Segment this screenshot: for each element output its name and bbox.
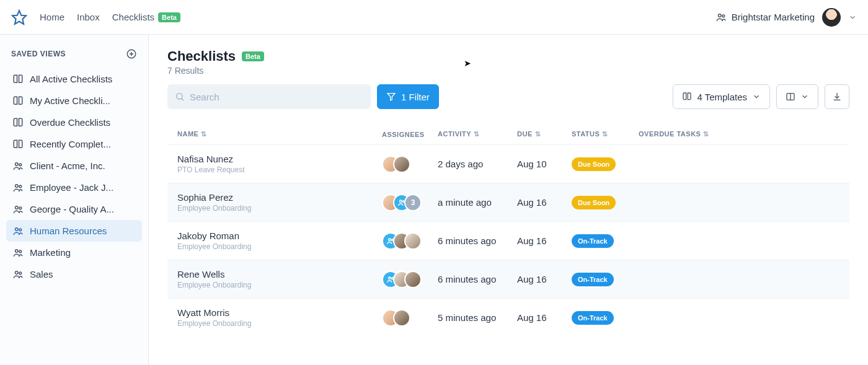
row-activity: 6 minutes ago	[438, 274, 517, 284]
chevron-down-icon[interactable]	[848, 12, 857, 23]
svg-point-17	[19, 272, 22, 275]
status-badge: On-Track	[572, 234, 614, 248]
col-status[interactable]: STATUS⇅	[572, 130, 639, 138]
row-template: Employee Onboarding	[177, 204, 382, 213]
group-icon	[12, 182, 24, 193]
nav-checklists[interactable]: Checklists Beta	[112, 12, 180, 22]
svg-marker-0	[12, 11, 26, 24]
svg-point-10	[16, 206, 19, 209]
user-avatar[interactable]	[822, 8, 841, 27]
svg-point-12	[16, 228, 19, 231]
templates-label: 4 Templates	[697, 92, 747, 102]
assignee-overflow: 3	[404, 194, 422, 211]
chevron-down-icon	[800, 92, 809, 101]
svg-point-13	[19, 229, 22, 231]
row-template: Employee Onboarding	[177, 319, 382, 328]
sidebar-item[interactable]: Employee - Jack J...	[6, 177, 142, 198]
table-row[interactable]: Rene WellsEmployee Onboarding6 minutes a…	[167, 260, 849, 298]
assignee-stack[interactable]	[382, 156, 438, 173]
svg-point-9	[19, 185, 22, 188]
page-title: Checklists	[167, 48, 236, 64]
sidebar-item-label: Marketing	[30, 247, 71, 258]
sort-icon: ⇅	[535, 130, 541, 138]
sidebar-item[interactable]: Marketing	[6, 242, 142, 263]
toolbar: Search 1 Filter 4 Templates	[167, 84, 849, 109]
sidebar-item[interactable]: All Active Checklists	[6, 68, 142, 90]
assignee-stack[interactable]	[382, 232, 438, 250]
col-name[interactable]: NAME⇅	[177, 130, 382, 138]
assignee-stack[interactable]	[382, 309, 438, 327]
svg-point-27	[389, 276, 391, 279]
status-badge: On-Track	[572, 311, 614, 325]
sidebar-item-label: All Active Checklists	[30, 74, 112, 84]
sidebar-item[interactable]: Human Resources	[6, 220, 142, 242]
group-icon	[12, 247, 24, 258]
row-due: Aug 10	[517, 159, 572, 169]
nav-inbox[interactable]: Inbox	[77, 12, 100, 22]
saved-views-list: All Active ChecklistsMy Active Checkli..…	[6, 68, 142, 285]
sidebar-item[interactable]: My Active Checkli...	[6, 90, 142, 112]
table-row[interactable]: Sophia PerezEmployee Onboarding3a minute…	[167, 183, 849, 221]
logo-icon[interactable]	[11, 9, 27, 25]
sidebar-item[interactable]: Recently Complet...	[6, 133, 142, 155]
search-icon	[175, 92, 185, 102]
sidebar-item-label: Employee - Jack J...	[30, 182, 113, 193]
row-template: PTO Leave Request	[177, 165, 382, 174]
filter-button[interactable]: 1 Filter	[377, 84, 439, 109]
group-icon	[12, 225, 24, 237]
chevron-down-icon	[752, 92, 761, 101]
svg-point-25	[389, 238, 391, 240]
assignee-stack[interactable]: 3	[382, 194, 438, 211]
svg-point-16	[16, 271, 19, 275]
svg-point-1	[718, 14, 721, 17]
sidebar-item[interactable]: Client - Acme, Inc.	[6, 155, 142, 177]
row-due: Aug 16	[517, 312, 572, 323]
assignee-stack[interactable]	[382, 271, 438, 288]
row-name: Wyatt Morris	[177, 307, 382, 318]
filter-label: 1 Filter	[401, 92, 430, 102]
org-name: Brightstar Marketing	[732, 12, 815, 22]
group-icon	[715, 12, 727, 23]
svg-line-19	[182, 99, 184, 100]
results-count: 7 Results	[167, 66, 264, 76]
col-due[interactable]: DUE⇅	[517, 130, 572, 138]
status-badge: Due Soon	[572, 157, 616, 171]
group-icon	[12, 268, 24, 280]
row-due: Aug 16	[517, 274, 572, 284]
col-overdue[interactable]: OVERDUE TASKS⇅	[639, 130, 839, 138]
sidebar-item-label: Human Resources	[30, 226, 107, 236]
sidebar-item-label: Client - Acme, Inc.	[30, 161, 105, 171]
org-switcher[interactable]: Brightstar Marketing	[715, 12, 815, 23]
search-input[interactable]: Search	[167, 84, 371, 109]
sidebar: SAVED VIEWS All Active ChecklistsMy Acti…	[0, 35, 149, 365]
sidebar-item[interactable]: George - Quality A...	[6, 198, 142, 220]
add-view-button[interactable]	[126, 48, 137, 59]
nav-checklists-label: Checklists	[112, 12, 154, 22]
svg-point-15	[19, 250, 22, 253]
sidebar-item-label: My Active Checkli...	[30, 95, 110, 106]
table-body: Nafisa NunezPTO Leave Request2 days agoA…	[167, 144, 849, 336]
avatar	[393, 156, 410, 173]
sort-icon: ⇅	[201, 130, 207, 138]
sort-icon: ⇅	[602, 130, 608, 138]
layout: SAVED VIEWS All Active ChecklistsMy Acti…	[0, 35, 868, 365]
avatar	[404, 232, 422, 250]
sidebar-item[interactable]: Overdue Checklists	[6, 112, 142, 133]
table-row[interactable]: Nafisa NunezPTO Leave Request2 days agoA…	[167, 144, 849, 183]
row-due: Aug 16	[517, 197, 572, 208]
templates-button[interactable]: 4 Templates	[673, 84, 770, 109]
download-button[interactable]	[825, 84, 849, 109]
table-row[interactable]: Jakoby RomanEmployee Onboarding6 minutes…	[167, 221, 849, 260]
columns-icon	[786, 92, 795, 102]
sort-icon: ⇅	[703, 130, 709, 138]
nav-home[interactable]: Home	[40, 12, 64, 22]
main: ➤ Checklists Beta 7 Results Search 1 Fil…	[149, 35, 868, 365]
layout-button[interactable]	[776, 84, 818, 109]
col-activity[interactable]: ACTIVITY⇅	[438, 130, 517, 138]
table-row[interactable]: Wyatt MorrisEmployee Onboarding5 minutes…	[167, 298, 849, 336]
svg-point-6	[16, 163, 19, 166]
sidebar-item[interactable]: Sales	[6, 263, 142, 285]
sort-icon: ⇅	[474, 130, 480, 138]
svg-point-8	[16, 185, 19, 188]
svg-point-14	[16, 250, 19, 253]
